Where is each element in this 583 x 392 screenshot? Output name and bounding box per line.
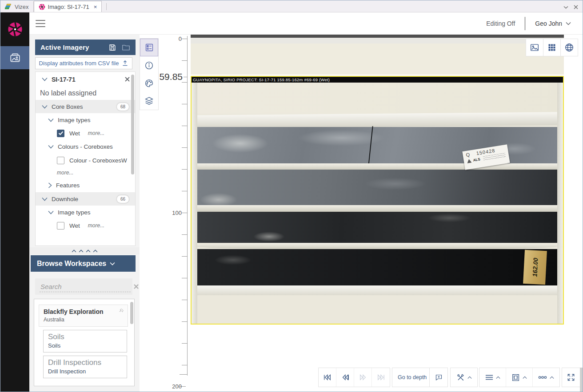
active-imagery-title: Active Imagery (40, 44, 89, 51)
sample-tag-prefix: Q (466, 152, 471, 158)
core-box-image-selected[interactable]: 162.00 Q 150428 ALS GUAYNOPITA, SIRIO PR… (191, 76, 564, 325)
sample-tag-brand: ALS (473, 157, 480, 162)
upload-icon (122, 60, 128, 67)
core-row-3 (197, 212, 558, 243)
map-view-button[interactable] (560, 39, 578, 56)
chevron-up-icon (467, 376, 472, 379)
workspace-scrollbar[interactable] (130, 302, 133, 324)
workspace-search-box (35, 278, 132, 295)
user-name: Geo John (535, 20, 562, 27)
display-csv-button[interactable]: Display attributes from CSV file (35, 57, 132, 69)
topbar-right: Editing Off Geo John (486, 17, 583, 30)
wet2-more-link[interactable]: more... (88, 222, 104, 229)
wet2-label: Wet (69, 222, 80, 229)
colours-more-link[interactable]: more... (57, 170, 73, 176)
fullscreen-button[interactable] (562, 368, 580, 387)
search-clear-icon[interactable] (133, 284, 139, 289)
bottom-right-scrollbar[interactable] (580, 368, 583, 392)
last-image-button[interactable] (372, 368, 390, 387)
chevron-down-icon[interactable] (48, 145, 54, 149)
tools-button[interactable] (451, 368, 477, 387)
tab-imago-label: Imago: SI-17-71 (48, 4, 89, 10)
project-card-soils[interactable]: Soils Soils (43, 330, 127, 352)
tree-core-boxes-row[interactable]: Core Boxes 68 (36, 100, 135, 113)
tree-wet-row: Wet more... (36, 127, 135, 140)
expand-icon (567, 373, 575, 381)
tree-downhole-row[interactable]: Downhole 66 (36, 192, 135, 206)
ruler-label-200: 200 (164, 383, 182, 390)
core-tray-left-side (192, 83, 197, 324)
list-options-button[interactable] (479, 368, 506, 387)
tab-close-icon[interactable]: × (94, 4, 97, 10)
wet-checkbox-checked[interactable] (57, 130, 64, 137)
grid-view-button[interactable] (543, 39, 561, 56)
active-imagery-header: Active Imagery (35, 40, 136, 55)
tree-scrollbar[interactable] (131, 75, 134, 174)
ruler-label-100: 100 (164, 210, 182, 216)
workspace-search-input[interactable] (40, 281, 131, 292)
panel-collapse-handle[interactable] (29, 247, 140, 254)
chevron-right-icon[interactable] (48, 182, 52, 188)
tree-features-row[interactable]: Features (36, 178, 135, 192)
chevron-down-icon[interactable] (42, 197, 48, 201)
colour-checkbox-unchecked[interactable] (57, 157, 64, 164)
layers-button[interactable] (140, 92, 158, 110)
previous-icon (341, 374, 349, 380)
project-card-drill-inspections[interactable]: Drill Inspections Drill Inspection (43, 356, 127, 378)
rail-item-imagery[interactable] (0, 46, 29, 69)
next-image-button[interactable] (354, 368, 372, 387)
chevron-up-icon (550, 376, 554, 379)
attributes-checklist-button[interactable] (140, 39, 158, 56)
editing-status[interactable]: Editing Off (486, 20, 515, 27)
workspace-org-region: Australia (44, 317, 123, 323)
core-boxes-label: Core Boxes (52, 103, 83, 110)
ruler-label-current-depth: 59.85 (153, 71, 183, 82)
single-image-view-button[interactable] (526, 39, 543, 56)
workspace-org-card[interactable]: Blackfly Exploration Australia (39, 305, 128, 327)
window-close-icon[interactable] (574, 5, 578, 9)
user-menu[interactable]: Geo John (535, 20, 571, 27)
chevron-up-icon (496, 376, 500, 379)
chevron-down-icon[interactable] (42, 77, 48, 81)
tree-root-row[interactable]: SI-17-71 (36, 72, 135, 87)
wet-label: Wet (69, 130, 80, 137)
imago-app-logo[interactable] (0, 12, 29, 46)
pin-icon[interactable] (118, 308, 124, 314)
more-options-button[interactable] (533, 368, 559, 387)
chevron-down-icon[interactable] (48, 210, 54, 214)
tree-image-types2-row[interactable]: Image types (36, 206, 135, 219)
window-controls (563, 5, 583, 12)
tree-colours-row[interactable]: Colours - Coreboxes (36, 140, 135, 153)
checklist-icon (145, 43, 154, 52)
wet2-checkbox-unchecked[interactable] (57, 222, 64, 230)
add-comment-button[interactable] (430, 368, 447, 387)
chevron-down-icon[interactable] (42, 105, 48, 109)
window-menu-icon[interactable] (563, 6, 568, 9)
chevron-down-icon[interactable] (48, 118, 54, 122)
colours-more-row: more... (36, 167, 135, 178)
browse-workspaces-header[interactable]: Browse Workspaces (31, 255, 136, 272)
tree-image-types-row[interactable]: Image types (36, 113, 135, 127)
previous-image-button[interactable] (336, 368, 354, 387)
tab-vizex[interactable]: Vizex (0, 1, 34, 12)
topbar-divider (525, 17, 525, 30)
tab-imago[interactable]: Imago: SI-17-71 × (34, 1, 102, 12)
save-icon[interactable] (108, 44, 116, 51)
chevron-up-icon (72, 249, 76, 253)
left-rail (0, 12, 29, 392)
go-to-depth-button[interactable]: Go to depth (392, 368, 432, 387)
hamburger-menu-icon[interactable] (36, 20, 45, 27)
folder-icon[interactable] (122, 44, 130, 51)
ruler-label-0: 0 (169, 36, 182, 42)
wet-more-link[interactable]: more... (88, 130, 104, 136)
filmstrip-button[interactable] (506, 368, 533, 387)
previous-core-image-partial[interactable] (191, 35, 564, 75)
top-app-bar: Editing Off Geo John (29, 12, 583, 35)
project-title: Drill Inspections (48, 358, 122, 367)
core-boxes-count-badge: 68 (117, 103, 129, 111)
colours-coreboxes-label: Colours - Coreboxes (58, 143, 113, 150)
close-icon[interactable] (125, 77, 130, 82)
tree-colour-item-row: Colour - CoreboxesW (36, 153, 135, 167)
ruler-tick-59 (184, 77, 187, 77)
first-image-button[interactable] (319, 368, 336, 387)
